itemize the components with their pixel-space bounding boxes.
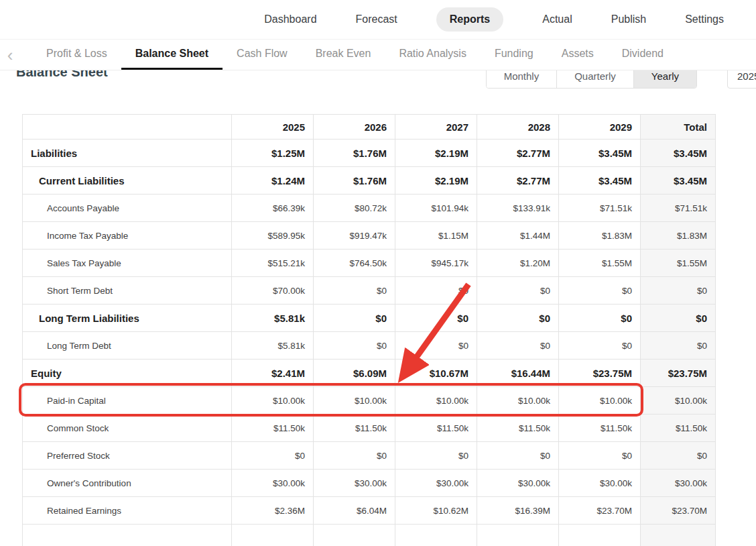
value-cell [477, 525, 559, 546]
total-value-cell: $0 [641, 442, 716, 470]
value-cell: $16.39M [477, 497, 559, 525]
value-cell: $23.75M [559, 360, 641, 387]
column-header-2026: 2026 [314, 115, 395, 140]
top-nav-item-actual[interactable]: Actual [542, 13, 572, 25]
row-label: Current Liabilities [23, 167, 232, 195]
table-row-sales-tax-payable: Sales Tax Payable$515.21k$764.50k$945.17… [23, 250, 716, 277]
total-value-cell: $3.45M [641, 167, 716, 195]
chevron-left-icon[interactable]: ‹ [0, 46, 20, 64]
total-value-cell: $0 [641, 277, 716, 305]
top-nav-item-reports[interactable]: Reports [436, 7, 503, 32]
top-nav-item-dashboard[interactable]: Dashboard [264, 13, 316, 25]
value-cell: $30.00k [477, 470, 559, 497]
top-nav-item-settings[interactable]: Settings [685, 13, 724, 25]
total-value-cell: $0 [641, 332, 716, 360]
value-cell: $0 [395, 305, 477, 332]
value-cell: $1.76M [314, 140, 395, 167]
value-cell: $0 [559, 442, 641, 470]
row-label: Preferred Stock [23, 442, 232, 470]
row-label: Sales Tax Payable [23, 250, 232, 277]
value-cell: $10.62M [395, 497, 477, 525]
value-cell: $1.15M [395, 222, 477, 250]
value-cell: $0 [314, 277, 395, 305]
top-nav-item-publish[interactable]: Publish [611, 13, 646, 25]
column-header-label [23, 115, 232, 140]
table-row-long-term-debt: Long Term Debt$5.81k$0$0$0$0$0 [23, 332, 716, 360]
value-cell: $764.50k [314, 250, 395, 277]
tab-ratio-analysis[interactable]: Ratio Analysis [385, 40, 481, 70]
value-cell: $10.00k [477, 387, 559, 415]
value-cell: $0 [395, 442, 477, 470]
tab-assets[interactable]: Assets [548, 40, 608, 70]
value-cell: $1.55M [559, 250, 641, 277]
row-label: Equity [23, 360, 232, 387]
year-range-value: 2025 2 [737, 70, 756, 82]
table-row-paid-in-capital: Paid-in Capital$10.00k$10.00k$10.00k$10.… [23, 387, 716, 415]
report-tabs-items: Profit & LossBalance SheetCash FlowBreak… [32, 40, 678, 70]
total-value-cell: $1.83M [641, 222, 716, 250]
value-cell: $30.00k [314, 470, 395, 497]
value-cell: $30.00k [232, 470, 314, 497]
value-cell: $10.67M [395, 360, 477, 387]
value-cell: $0 [559, 305, 641, 332]
value-cell [559, 525, 641, 546]
table-row-equity: Equity$2.41M$6.09M$10.67M$16.44M$23.75M$… [23, 360, 716, 387]
table-row-accounts-payable: Accounts Payable$66.39k$80.72k$101.94k$1… [23, 195, 716, 222]
value-cell: $30.00k [559, 470, 641, 497]
tab-balance-sheet[interactable]: Balance Sheet [121, 40, 223, 70]
value-cell: $0 [559, 332, 641, 360]
total-value-cell: $11.50k [641, 415, 716, 442]
tab-funding[interactable]: Funding [481, 40, 548, 70]
value-cell: $2.36M [232, 497, 314, 525]
value-cell: $0 [477, 332, 559, 360]
value-cell: $80.72k [314, 195, 395, 222]
top-nav: DashboardForecastReportsActualPublishSet… [0, 0, 756, 40]
table-row-liabilities: Liabilities$1.25M$1.76M$2.19M$2.77M$3.45… [23, 140, 716, 167]
tab-break-even[interactable]: Break Even [302, 40, 385, 70]
table-row-income-tax-payable: Income Tax Payable$589.95k$919.47k$1.15M… [23, 222, 716, 250]
value-cell: $6.09M [314, 360, 395, 387]
value-cell: $0 [395, 332, 477, 360]
value-cell [395, 525, 477, 546]
tab-profit-loss[interactable]: Profit & Loss [32, 40, 121, 70]
value-cell: $10.00k [314, 387, 395, 415]
value-cell: $2.41M [232, 360, 314, 387]
app-window: DashboardForecastReportsActualPublishSet… [0, 0, 756, 546]
table-row-common-stock: Common Stock$11.50k$11.50k$11.50k$11.50k… [23, 415, 716, 442]
value-cell: $589.95k [232, 222, 314, 250]
value-cell: $0 [232, 442, 314, 470]
value-cell: $1.44M [477, 222, 559, 250]
total-value-cell: $30.00k [641, 470, 716, 497]
value-cell: $10.00k [559, 387, 641, 415]
value-cell: $0 [559, 277, 641, 305]
value-cell: $5.81k [232, 305, 314, 332]
value-cell: $30.00k [395, 470, 477, 497]
column-header-total: Total [641, 115, 716, 140]
value-cell: $11.50k [395, 415, 477, 442]
value-cell: $2.77M [477, 140, 559, 167]
value-cell: $1.24M [232, 167, 314, 195]
value-cell: $0 [477, 442, 559, 470]
table-row-owner-s-contribution: Owner's Contribution$30.00k$30.00k$30.00… [23, 470, 716, 497]
tab-cash-flow[interactable]: Cash Flow [223, 40, 302, 70]
row-label: Common Stock [23, 415, 232, 442]
column-header-2028: 2028 [477, 115, 559, 140]
value-cell: $71.51k [559, 195, 641, 222]
row-label: Retained Earnings [23, 497, 232, 525]
value-cell: $1.20M [477, 250, 559, 277]
top-nav-item-forecast[interactable]: Forecast [356, 13, 397, 25]
value-cell: $3.45M [559, 167, 641, 195]
table-body: Liabilities$1.25M$1.76M$2.19M$2.77M$3.45… [23, 140, 716, 546]
value-cell: $6.04M [314, 497, 395, 525]
table-header-row: 20252026202720282029Total [23, 115, 716, 140]
value-cell: $11.50k [559, 415, 641, 442]
table-row-long-term-liabilities: Long Term Liabilities$5.81k$0$0$0$0$0 [23, 305, 716, 332]
row-label [23, 525, 232, 546]
tab-dividend[interactable]: Dividend [608, 40, 678, 70]
value-cell: $0 [314, 305, 395, 332]
value-cell: $11.50k [232, 415, 314, 442]
value-cell: $10.00k [232, 387, 314, 415]
report-tabs: ‹ Profit & LossBalance SheetCash FlowBre… [0, 40, 756, 70]
balance-sheet-table: 20252026202720282029Total Liabilities$1.… [22, 114, 716, 546]
row-label: Liabilities [23, 140, 232, 167]
